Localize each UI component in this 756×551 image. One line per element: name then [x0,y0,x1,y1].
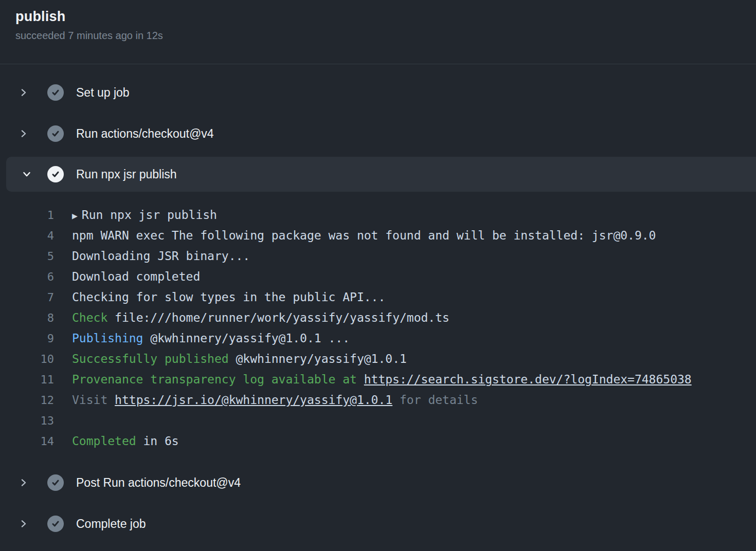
log-line-content: Download completed [72,270,200,283]
log-line: 6Download completed [0,266,756,287]
log-text: Checking for slow types in the public AP… [72,290,385,304]
check-circle-icon [47,125,64,142]
line-number[interactable]: 4 [0,229,54,242]
log-line: 14Completed in 6s [0,431,756,451]
job-title: publish [15,8,741,25]
play-triangle-icon[interactable]: ▶ [72,210,78,221]
log-text: npm WARN exec The following package was … [72,229,656,242]
chevron-right-icon [19,128,29,139]
log-line-content: Provenance transparency log available at… [72,373,692,386]
log-line-content: Publishing @kwhinnery/yassify@1.0.1 ... [72,332,350,345]
log-text: Publishing [72,332,143,345]
line-number[interactable]: 7 [0,291,54,304]
log-text: Check [72,311,107,324]
log-line: 10Successfully published @kwhinnery/yass… [0,348,756,369]
step-row-set-up-job[interactable]: Set up job [0,72,756,113]
job-header: publish succeeded 7 minutes ago in 12s [0,0,756,64]
chevron-right-icon [19,87,29,98]
log-text: file:///home/runner/work/yassify/yassify… [107,311,449,324]
line-number[interactable]: 8 [0,311,54,324]
check-circle-icon [47,516,64,532]
check-circle-icon [47,84,64,101]
chevron-right-icon [19,519,29,529]
log-text: for details [392,393,478,407]
log-line: 1▶Run npx jsr publish [0,205,756,225]
log-line-content: ▶Run npx jsr publish [72,208,217,222]
log-text: Downloading JSR binary... [72,249,250,263]
line-number[interactable]: 9 [0,332,54,345]
log-text: @kwhinnery/yassify@1.0.1 ... [143,332,350,345]
log-text: @kwhinnery/yassify@1.0.1 [229,352,407,365]
log-line-content: Completed in 6s [72,434,179,448]
line-number[interactable]: 12 [0,394,54,407]
log-line: 11Provenance transparency log available … [0,369,756,390]
line-number[interactable]: 13 [0,414,54,427]
steps-list: Set up job Run actions/checkout@v4 [0,64,756,544]
step-label: Set up job [76,86,130,100]
log-line: 13 [0,410,756,431]
log-line: 4npm WARN exec The following package was… [0,225,756,246]
log-line-content: Checking for slow types in the public AP… [72,290,385,304]
log-text: Run npx jsr publish [82,208,217,222]
log-line: 12Visit https://jsr.io/@kwhinnery/yassif… [0,390,756,410]
step-row-run-actions-checkout-v4[interactable]: Run actions/checkout@v4 [0,113,756,154]
step-label: Run actions/checkout@v4 [76,127,214,141]
line-number[interactable]: 6 [0,270,54,283]
log-text: Completed [72,434,136,448]
log-link[interactable]: https://search.sigstore.dev/?logIndex=74… [364,373,692,386]
step-row-run-npx-jsr-publish[interactable]: Run npx jsr publish [6,157,756,192]
step-row-post-run-actions-checkout-v4[interactable]: Post Run actions/checkout@v4 [0,462,756,503]
job-status-line: succeeded 7 minutes ago in 12s [15,30,741,42]
chevron-right-icon [19,477,29,488]
log-line: 9Publishing @kwhinnery/yassify@1.0.1 ... [0,328,756,348]
step-label: Run npx jsr publish [76,168,177,181]
log-line-content: Downloading JSR binary... [72,249,250,263]
log-line-content: Successfully published @kwhinnery/yassif… [72,352,407,365]
log-text: Download completed [72,270,200,283]
log-text: in 6s [136,434,179,448]
log-text: Provenance transparency log available at [72,373,364,386]
log-line-content: Visit https://jsr.io/@kwhinnery/yassify@… [72,393,478,407]
check-circle-icon [47,166,64,182]
log-link[interactable]: https://jsr.io/@kwhinnery/yassify@1.0.1 [115,393,392,407]
log-text: Successfully published [72,352,229,365]
log-block: 1▶Run npx jsr publish4npm WARN exec The … [0,192,756,462]
log-line: 5Downloading JSR binary... [0,246,756,266]
check-circle-icon [47,474,64,491]
step-row-complete-job[interactable]: Complete job [0,503,756,544]
line-number[interactable]: 1 [0,209,54,222]
line-number[interactable]: 11 [0,373,54,386]
line-number[interactable]: 5 [0,250,54,263]
line-number[interactable]: 10 [0,353,54,365]
log-line-content: npm WARN exec The following package was … [72,229,656,242]
log-line-content: Check file:///home/runner/work/yassify/y… [72,311,449,324]
line-number[interactable]: 14 [0,435,54,448]
log-line: 7Checking for slow types in the public A… [0,287,756,307]
step-label: Post Run actions/checkout@v4 [76,476,241,490]
step-label: Complete job [76,517,146,531]
log-text: Visit [72,393,115,407]
chevron-down-icon [22,169,32,179]
log-line: 8Check file:///home/runner/work/yassify/… [0,307,756,328]
